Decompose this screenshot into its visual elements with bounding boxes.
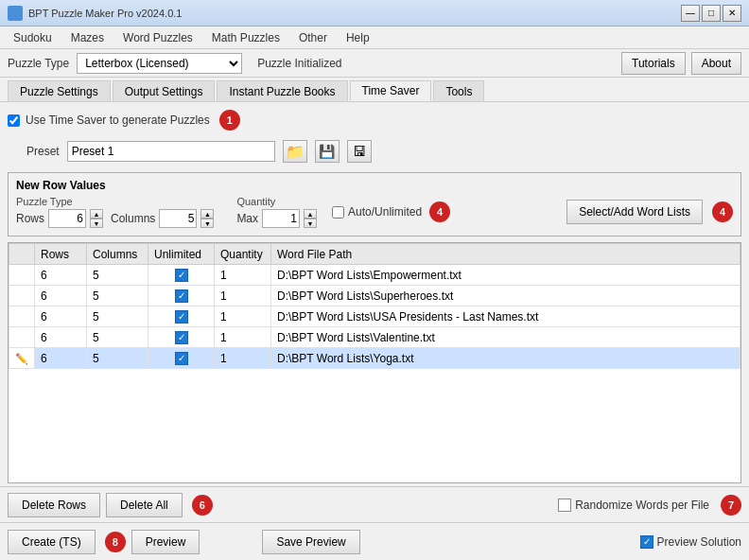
select-btn-area: Select/Add Word Lists 4 (566, 200, 733, 224)
auto-unlimited-label: Auto/Unlimited (348, 205, 422, 219)
randomize-label: Randomize Words per File (575, 499, 709, 512)
menu-sudoku[interactable]: Sudoku (4, 27, 61, 48)
columns-label: Columns (111, 212, 155, 225)
toolbar-left: Puzzle Type Letterbox (Licensed) Puzzle … (8, 53, 342, 74)
badge-4: 4 (712, 201, 733, 222)
menu-math-puzzles[interactable]: Math Puzzles (202, 27, 289, 48)
toolbar-right: Tutorials About (621, 52, 741, 75)
unlimited-cell[interactable]: ✓ (148, 286, 215, 306)
puzzle-status: Puzzle Initialized (257, 57, 341, 70)
rows-row: Rows ▲ ▼ Columns ▲ ▼ (16, 209, 214, 228)
col-header-rows: Rows (35, 244, 87, 265)
columns-cell: 5 (87, 327, 148, 348)
badge-3: 4 (429, 201, 450, 222)
preset-input[interactable] (67, 141, 275, 162)
quantity-cell: 1 (215, 306, 271, 327)
path-cell: D:\BPT Word Lists\Empowerment.txt (271, 265, 740, 286)
app-icon (8, 6, 23, 21)
create-ts-button[interactable]: Create (TS) (8, 530, 96, 554)
badge-6: 6 (192, 495, 213, 516)
columns-input[interactable] (159, 209, 197, 228)
badge-7: 7 (721, 495, 741, 516)
rows-label: Rows (16, 212, 44, 225)
open-preset-button[interactable]: 📁 (283, 140, 307, 163)
title-bar: BPT Puzzle Maker Pro v2024.0.1 — □ ✕ (0, 0, 749, 26)
delete-all-button[interactable]: Delete All (106, 493, 183, 517)
table-row[interactable]: 65✓1D:\BPT Word Lists\Empowerment.txt (9, 265, 740, 286)
tab-puzzle-settings[interactable]: Puzzle Settings (8, 80, 111, 101)
new-row-values-group: New Row Values Puzzle Type Rows ▲ ▼ Colu… (8, 172, 741, 236)
unlimited-cell[interactable]: ✓ (148, 327, 215, 348)
save-preview-button[interactable]: Save Preview (262, 530, 359, 554)
menu-mazes[interactable]: Mazes (61, 27, 113, 48)
maximize-button[interactable]: □ (702, 5, 721, 22)
table-row[interactable]: ✏️65✓1D:\BPT Word Lists\Yoga.txt (9, 348, 740, 369)
rows-down-button[interactable]: ▼ (90, 219, 103, 228)
table-row[interactable]: 65✓1D:\BPT Word Lists\Valentine.txt (9, 327, 740, 348)
edit-cell (9, 306, 35, 327)
columns-cell: 5 (87, 306, 148, 327)
use-time-saver-checkbox[interactable] (8, 114, 20, 127)
table-row[interactable]: 65✓1D:\BPT Word Lists\Superheroes.txt (9, 286, 740, 306)
tab-output-settings[interactable]: Output Settings (113, 80, 216, 101)
saveas-preset-button[interactable]: 🖫 (347, 140, 372, 163)
bottom-buttons-bar: Delete Rows Delete All 6 Randomize Words… (0, 486, 749, 522)
table-row[interactable]: 65✓1D:\BPT Word Lists\USA Presidents - L… (9, 306, 740, 327)
folder-icon: 📁 (286, 143, 305, 161)
menu-bar: Sudoku Mazes Word Puzzles Math Puzzles O… (0, 26, 749, 49)
rows-cell: 6 (35, 306, 87, 327)
path-cell: D:\BPT Word Lists\Yoga.txt (271, 348, 740, 369)
rows-input[interactable] (48, 209, 86, 228)
tab-tools[interactable]: Tools (433, 80, 484, 101)
saveas-icon: 🖫 (353, 144, 366, 159)
content-area: Use Time Saver to generate Puzzles 1 Pre… (0, 102, 749, 486)
max-up-button[interactable]: ▲ (304, 209, 317, 219)
col-header-columns: Columns (87, 244, 148, 265)
col-header-unlimited: Unlimited (148, 244, 215, 265)
delete-rows-button[interactable]: Delete Rows (8, 493, 100, 517)
preset-row: Preset 📁 💾 🖫 (8, 140, 741, 163)
col-header-quantity: Quantity (215, 244, 271, 265)
columns-up-button[interactable]: ▲ (200, 209, 214, 219)
preset-label: Preset (26, 145, 60, 158)
tab-time-saver[interactable]: Time Saver (350, 80, 432, 101)
edit-cell (9, 265, 35, 286)
close-button[interactable]: ✕ (723, 5, 741, 22)
menu-word-puzzles[interactable]: Word Puzzles (113, 27, 202, 48)
rows-cell: 6 (35, 265, 87, 286)
menu-help[interactable]: Help (337, 27, 379, 48)
col-header-edit (9, 244, 35, 265)
minimize-button[interactable]: — (681, 5, 700, 22)
max-spinners: ▲ ▼ (304, 209, 317, 228)
max-down-button[interactable]: ▼ (304, 219, 317, 228)
columns-cell: 5 (87, 265, 148, 286)
quantity-cell: 1 (215, 327, 271, 348)
word-lists-table: Rows Columns Unlimited Quantity Word Fil… (9, 243, 740, 369)
puzzle-type-group: Puzzle Type Rows ▲ ▼ Columns ▲ ▼ (16, 196, 214, 228)
about-button[interactable]: About (691, 52, 741, 75)
puzzle-type-select[interactable]: Letterbox (Licensed) (77, 53, 242, 74)
preview-solution-checkbox[interactable]: ✓ (640, 535, 653, 549)
bottom-right-area: Randomize Words per File 7 (558, 495, 741, 516)
unlimited-cell[interactable]: ✓ (148, 348, 215, 369)
unlimited-cell[interactable]: ✓ (148, 306, 215, 327)
tutorials-button[interactable]: Tutorials (621, 52, 686, 75)
preview-button[interactable]: Preview (131, 530, 200, 554)
edit-cell (9, 286, 35, 306)
save-preset-button[interactable]: 💾 (315, 140, 340, 163)
auto-unlimited-checkbox[interactable] (332, 206, 344, 219)
max-label: Max (236, 212, 258, 225)
max-input[interactable] (262, 209, 300, 228)
randomize-checkbox[interactable] (558, 499, 571, 512)
columns-cell: 5 (87, 348, 148, 369)
menu-other[interactable]: Other (289, 27, 337, 48)
select-add-word-lists-button[interactable]: Select/Add Word Lists (566, 200, 703, 224)
quantity-group: Quantity Max ▲ ▼ (236, 196, 317, 228)
rows-up-button[interactable]: ▲ (90, 209, 103, 219)
tab-instant-puzzle-books[interactable]: Instant Puzzle Books (217, 80, 347, 101)
new-row-values-title: New Row Values (16, 179, 733, 192)
columns-down-button[interactable]: ▼ (200, 219, 214, 228)
randomize-checkbox-group: Randomize Words per File (558, 499, 709, 512)
unlimited-cell[interactable]: ✓ (148, 265, 215, 286)
columns-cell: 5 (87, 286, 148, 306)
